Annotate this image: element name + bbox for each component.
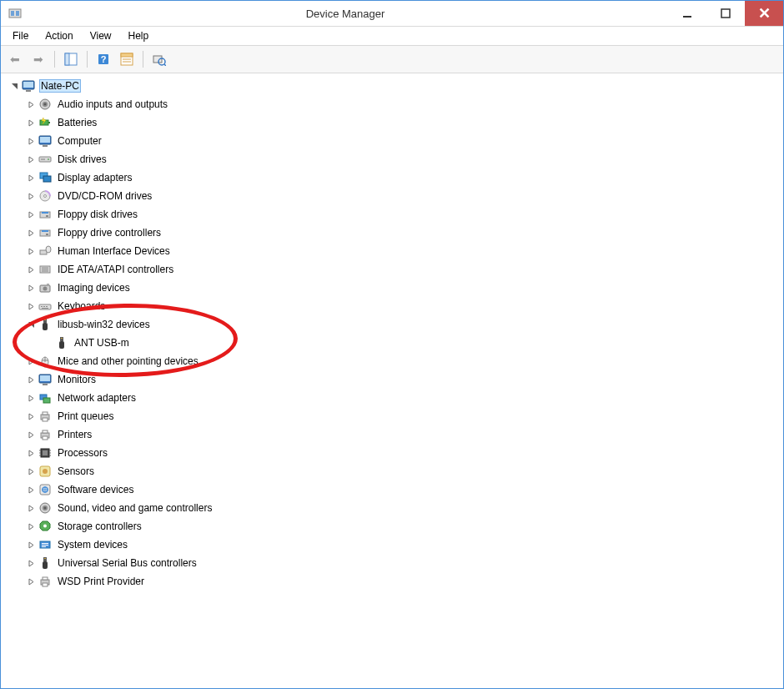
minimize-button[interactable]	[668, 1, 706, 26]
tree-item-label[interactable]: Print queues	[56, 410, 115, 423]
forward-button[interactable]: ➡	[28, 48, 49, 70]
tree-item-label[interactable]: Sound, video and game controllers	[56, 501, 214, 515]
tree-item-label[interactable]: ANT USB-m	[73, 336, 131, 350]
expand-icon[interactable]	[26, 118, 36, 128]
expand-icon[interactable]	[26, 466, 36, 476]
tree-item-monitors[interactable]: Monitors	[21, 370, 783, 389]
tree-item-label[interactable]: Monitors	[56, 373, 98, 386]
collapse-icon[interactable]	[9, 81, 19, 91]
expand-icon[interactable]	[26, 264, 36, 274]
menu-action[interactable]: Action	[37, 28, 81, 43]
tree-item-floppy[interactable]: Floppy disk drives	[21, 205, 783, 224]
tree-item-hid[interactable]: Human Interface Devices	[21, 242, 783, 260]
menu-help[interactable]: Help	[120, 28, 158, 43]
tree-root[interactable]: Nate-PC	[4, 77, 783, 95]
tree-item-system[interactable]: System devices	[21, 536, 783, 554]
tree-item-label[interactable]: Universal Serial Bus controllers	[56, 556, 199, 570]
expand-icon[interactable]	[26, 411, 36, 421]
tree-item-display[interactable]: Display adapters	[21, 168, 783, 187]
tree-item-libusb[interactable]: libusb-win32 devices	[21, 315, 783, 334]
expand-icon[interactable]	[26, 485, 36, 495]
expand-icon[interactable]	[26, 246, 36, 256]
tree-item-label[interactable]: Audio inputs and outputs	[56, 98, 169, 111]
menu-file[interactable]: File	[4, 28, 37, 43]
expand-icon[interactable]	[26, 430, 36, 440]
expand-icon[interactable]	[26, 521, 36, 531]
expand-icon[interactable]	[26, 209, 36, 219]
tree-item-label[interactable]: Processors	[56, 446, 109, 460]
tree-item-dvd[interactable]: DVD/CD-ROM drives	[21, 187, 783, 205]
expand-icon[interactable]	[26, 136, 36, 146]
expand-icon[interactable]	[26, 191, 36, 201]
expand-icon[interactable]	[26, 540, 36, 550]
expand-icon[interactable]	[26, 448, 36, 458]
tree-item-wsd[interactable]: WSD Print Provider	[21, 572, 783, 591]
speaker-icon	[38, 97, 53, 112]
svg-rect-36	[46, 215, 48, 217]
maximize-button[interactable]	[706, 1, 745, 26]
tree-item-audio[interactable]: Audio inputs and outputs	[21, 95, 783, 113]
tree-item-label[interactable]: Mice and other pointing devices	[56, 355, 200, 368]
expand-icon[interactable]	[26, 154, 36, 164]
tree-item-software[interactable]: Software devices	[21, 480, 783, 499]
expand-icon[interactable]	[26, 228, 36, 238]
scan-hardware-button[interactable]	[148, 48, 170, 70]
collapse-icon[interactable]	[26, 319, 36, 329]
tree-item-network[interactable]: Network adapters	[21, 389, 783, 407]
tree-item-sound[interactable]: Sound, video and game controllers	[21, 499, 783, 517]
tree-item-printers[interactable]: Printers	[21, 425, 783, 444]
tree-item-label[interactable]: WSD Print Provider	[56, 575, 146, 588]
expand-icon[interactable]	[26, 576, 36, 586]
tree-item-label[interactable]: System devices	[56, 538, 129, 551]
help-button[interactable]: ?	[93, 48, 114, 70]
tree-item-label[interactable]: Display adapters	[56, 171, 133, 184]
tree-item-processors[interactable]: Processors	[21, 444, 783, 462]
root-label[interactable]: Nate-PC	[39, 79, 81, 93]
expand-icon[interactable]	[26, 375, 36, 385]
tree-item-label[interactable]: Software devices	[56, 483, 135, 496]
tree-item-ide[interactable]: IDE ATA/ATAPI controllers	[21, 260, 783, 279]
close-button[interactable]: ✕	[745, 1, 783, 26]
expand-icon[interactable]	[26, 99, 36, 109]
expand-icon[interactable]	[26, 393, 36, 403]
tree-item-mice[interactable]: Mice and other pointing devices	[21, 352, 783, 370]
tree-item-label[interactable]: libusb-win32 devices	[56, 318, 152, 331]
tree-item-label[interactable]: Disk drives	[56, 153, 108, 166]
tree-item-label[interactable]: Network adapters	[56, 391, 138, 405]
tree-item-label[interactable]: Keyboards	[56, 299, 107, 313]
properties-button[interactable]	[116, 48, 138, 70]
tree-item-computer[interactable]: Computer	[21, 132, 783, 150]
tree-item-label[interactable]: Sensors	[56, 465, 96, 478]
expand-icon[interactable]	[26, 301, 36, 311]
tree-item-sensors[interactable]: Sensors	[21, 462, 783, 480]
tree-item-label[interactable]: IDE ATA/ATAPI controllers	[56, 263, 175, 276]
device-tree[interactable]: Nate-PC Audio inputs and outputs Batteri…	[1, 73, 783, 688]
tree-item-printq[interactable]: Print queues	[21, 407, 783, 425]
expand-icon[interactable]	[26, 558, 36, 568]
tree-item-label[interactable]: Batteries	[56, 116, 98, 129]
tree-item-disk[interactable]: Disk drives	[21, 150, 783, 168]
tree-item-keyboards[interactable]: Keyboards	[21, 297, 783, 315]
tree-item-label[interactable]: Computer	[56, 134, 103, 148]
tree-item-usb[interactable]: Universal Serial Bus controllers	[21, 554, 783, 572]
tree-item-label[interactable]: Human Interface Devices	[56, 244, 172, 258]
tree-item-storagectl[interactable]: Storage controllers	[21, 517, 783, 536]
tree-item-antusbm[interactable]: ANT USB-m	[38, 334, 783, 352]
show-hide-tree-button[interactable]	[60, 48, 82, 70]
tree-item-label[interactable]: DVD/CD-ROM drives	[56, 189, 153, 203]
expand-icon[interactable]	[26, 356, 36, 366]
tree-item-label[interactable]: Storage controllers	[56, 520, 143, 533]
expand-icon[interactable]	[26, 173, 36, 183]
menu-view[interactable]: View	[82, 28, 120, 43]
tree-item-imaging[interactable]: Imaging devices	[21, 279, 783, 297]
expand-icon[interactable]	[26, 283, 36, 293]
tree-item-label[interactable]: Imaging devices	[56, 281, 132, 294]
tree-item-floppyctl[interactable]: Floppy drive controllers	[21, 224, 783, 242]
window-buttons: ✕	[668, 1, 783, 26]
tree-item-label[interactable]: Floppy drive controllers	[56, 226, 163, 239]
tree-item-label[interactable]: Printers	[56, 428, 93, 441]
tree-item-label[interactable]: Floppy disk drives	[56, 208, 139, 221]
tree-item-batteries[interactable]: Batteries	[21, 113, 783, 132]
expand-icon[interactable]	[26, 503, 36, 513]
back-button[interactable]: ⬅	[4, 48, 26, 70]
